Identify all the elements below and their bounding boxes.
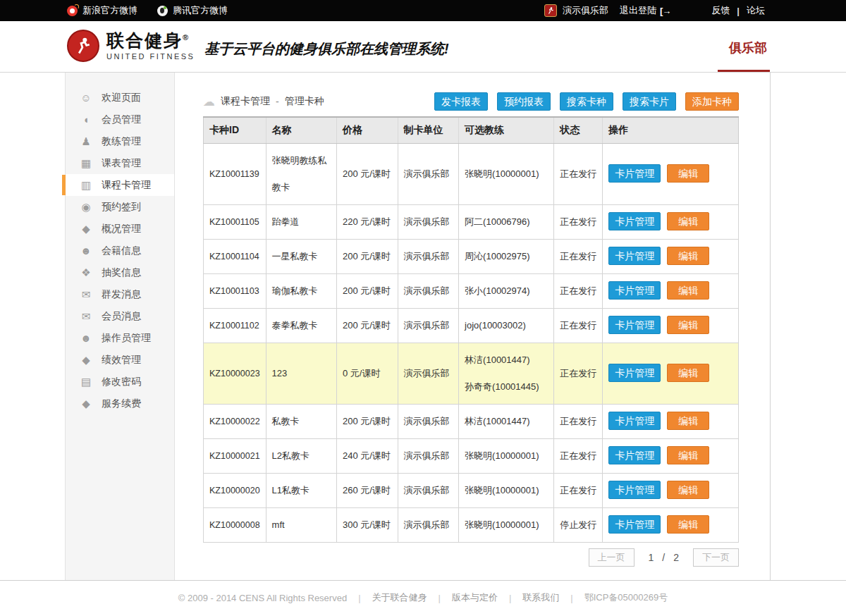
cell-card-name: 一星私教卡: [266, 239, 336, 273]
card-management-button[interactable]: 卡片管理: [608, 212, 661, 230]
sidebar-item-broadcast-messages[interactable]: ✉群发消息: [66, 283, 174, 305]
cell-issuing-unit: 演示俱乐部: [398, 473, 458, 507]
cell-card-id: KZ10000021: [204, 438, 266, 473]
sidebar-item-membership-info[interactable]: ☻会籍信息: [66, 240, 174, 261]
card-types-table: 卡种ID名称价格制卡单位可选教练状态操作 KZ10001139张晓明教练私教卡2…: [203, 116, 739, 543]
coach-entry: 张小(10002974): [465, 278, 548, 304]
user-avatar: [544, 4, 557, 17]
edit-button[interactable]: 编辑: [667, 446, 709, 464]
footer-link[interactable]: 联系我们: [522, 591, 559, 604]
table-row: KZ10001105跆拳道220 元/课时演示俱乐部阿二(10006796)正在…: [204, 204, 739, 239]
footer-link[interactable]: 版本与定价: [452, 591, 498, 604]
cell-status: 正在发行: [554, 143, 603, 204]
sina-weibo-link[interactable]: 新浪官方微博: [67, 4, 137, 17]
edit-button[interactable]: 编辑: [667, 481, 709, 499]
edit-button[interactable]: 编辑: [667, 212, 709, 230]
cell-status: 正在发行: [554, 404, 603, 438]
sidebar-item-operator-management[interactable]: ☻操作员管理: [66, 327, 174, 349]
column-header: 卡种ID: [204, 117, 266, 143]
edit-button[interactable]: 编辑: [667, 412, 709, 430]
cell-card-name: mft: [266, 507, 336, 542]
sidebar-item-lottery-info[interactable]: ❖抽奖信息: [66, 261, 174, 283]
search-card-button[interactable]: 搜索卡片: [623, 92, 676, 111]
table-row: KZ10000008mft300 元/课时演示俱乐部张晓明(10000001)停…: [204, 507, 739, 542]
sidebar-item-service-renewal[interactable]: ◆服务续费: [66, 393, 174, 414]
card-management-button[interactable]: 卡片管理: [608, 164, 661, 183]
table-row: KZ10001104一星私教卡200 元/课时演示俱乐部周沁(10002975)…: [204, 239, 739, 273]
column-header: 价格: [336, 117, 398, 143]
sidebar-item-member-messages[interactable]: ✉会员消息: [66, 305, 174, 327]
toolbar: 发卡报表预约报表搜索卡种搜索卡片添加卡种: [434, 92, 739, 111]
runner-icon: [546, 6, 555, 15]
card-management-button[interactable]: 卡片管理: [608, 481, 661, 499]
next-page-button[interactable]: 下一页: [693, 548, 739, 567]
card-management-button[interactable]: 卡片管理: [608, 316, 661, 334]
table-row: KZ10000022私教卡200 元/课时演示俱乐部林洁(10001447)正在…: [204, 404, 739, 438]
sidebar-item-overview-management[interactable]: ◆概况管理: [66, 218, 174, 240]
sidebar-item-member-management[interactable]: ◖会员管理: [66, 109, 174, 130]
card-management-button[interactable]: 卡片管理: [608, 281, 661, 300]
cell-card-name: 跆拳道: [266, 204, 336, 239]
cell-coaches: 张晓明(10000001): [459, 438, 554, 473]
gift-icon: ❖: [80, 266, 92, 279]
cell-card-id: KZ10000020: [204, 473, 266, 507]
coach-entry: 张晓明(10000001): [465, 477, 548, 504]
cell-status: 正在发行: [554, 204, 603, 239]
card-management-button[interactable]: 卡片管理: [608, 364, 661, 382]
edit-button[interactable]: 编辑: [667, 281, 709, 300]
cell-coaches: jojo(10003002): [459, 308, 554, 343]
sidebar-item-course-card-management[interactable]: ▥课程卡管理: [66, 174, 174, 196]
sidebar-item-performance-management[interactable]: ◆绩效管理: [66, 349, 174, 371]
cell-card-name: 私教卡: [266, 404, 336, 438]
logged-in-club-name[interactable]: 演示俱乐部: [563, 4, 608, 17]
edit-button[interactable]: 编辑: [667, 515, 709, 534]
breadcrumb-separator: -: [276, 96, 279, 107]
card-management-button[interactable]: 卡片管理: [608, 412, 661, 430]
sidebar-item-coach-management[interactable]: ♟教练管理: [66, 130, 174, 152]
feedback-link[interactable]: 反馈: [711, 4, 730, 17]
add-card-type-button[interactable]: 添加卡种: [685, 92, 739, 111]
coach-entry: 张晓明(10000001): [465, 161, 548, 187]
sidebar-item-schedule-management[interactable]: ▦课表管理: [66, 152, 174, 174]
edit-button[interactable]: 编辑: [667, 364, 709, 382]
sidebar-item-booking-checkin[interactable]: ◉预约签到: [66, 196, 174, 218]
table-row: KZ10001103瑜伽私教卡200 元/课时演示俱乐部张小(10002974)…: [204, 273, 739, 308]
coach-entry: 周沁(10002975): [465, 243, 548, 270]
cell-card-id: KZ10000022: [204, 404, 266, 438]
prev-page-button[interactable]: 上一页: [589, 548, 634, 567]
diamond-icon: ◆: [80, 398, 92, 410]
card-management-button[interactable]: 卡片管理: [608, 515, 661, 534]
cell-issuing-unit: 演示俱乐部: [398, 507, 458, 542]
top-bar: 新浪官方微博 腾讯官方微博 演示俱乐部 退出登陆 [→ 反馈 | 论坛: [0, 0, 846, 21]
tencent-weibo-link[interactable]: 腾讯官方微博: [157, 4, 228, 17]
card-issuing-report-button[interactable]: 发卡报表: [434, 92, 488, 111]
cell-price: 200 元/课时: [336, 143, 398, 204]
search-card-type-button[interactable]: 搜索卡种: [560, 92, 613, 111]
booking-report-button[interactable]: 预约报表: [497, 92, 551, 111]
smiley-icon: ☺: [80, 92, 92, 104]
forum-link[interactable]: 论坛: [747, 4, 765, 17]
cell-issuing-unit: 演示俱乐部: [398, 273, 458, 308]
table-row: KZ10000021L2私教卡240 元/课时演示俱乐部张晓明(10000001…: [204, 438, 739, 473]
cell-actions: 卡片管理编辑: [603, 239, 739, 273]
sidebar-item-change-password[interactable]: ▤修改密码: [66, 371, 174, 393]
content-right-border: [770, 73, 771, 580]
page-indicator: 1 / 2: [649, 552, 679, 563]
column-header: 状态: [554, 117, 603, 143]
edit-button[interactable]: 编辑: [667, 247, 709, 265]
card-management-button[interactable]: 卡片管理: [608, 247, 661, 265]
footer-separator: |: [570, 593, 572, 603]
footer-link[interactable]: 关于联合健身: [372, 591, 427, 604]
tencent-weibo-label: 腾讯官方微博: [173, 4, 228, 17]
cell-coaches: 张小(10002974): [459, 273, 554, 308]
tab-club[interactable]: 俱乐部: [729, 39, 767, 56]
users-icon: ☻: [80, 245, 92, 257]
logout-button[interactable]: 退出登陆 [→: [620, 4, 670, 17]
cell-issuing-unit: 演示俱乐部: [398, 204, 458, 239]
edit-button[interactable]: 编辑: [667, 316, 709, 334]
sidebar-item-welcome-page[interactable]: ☺欢迎页面: [66, 87, 174, 109]
sidebar-item-label: 课表管理: [102, 157, 141, 170]
sidebar-item-label: 概况管理: [102, 223, 141, 235]
edit-button[interactable]: 编辑: [667, 164, 709, 183]
card-management-button[interactable]: 卡片管理: [608, 446, 661, 464]
